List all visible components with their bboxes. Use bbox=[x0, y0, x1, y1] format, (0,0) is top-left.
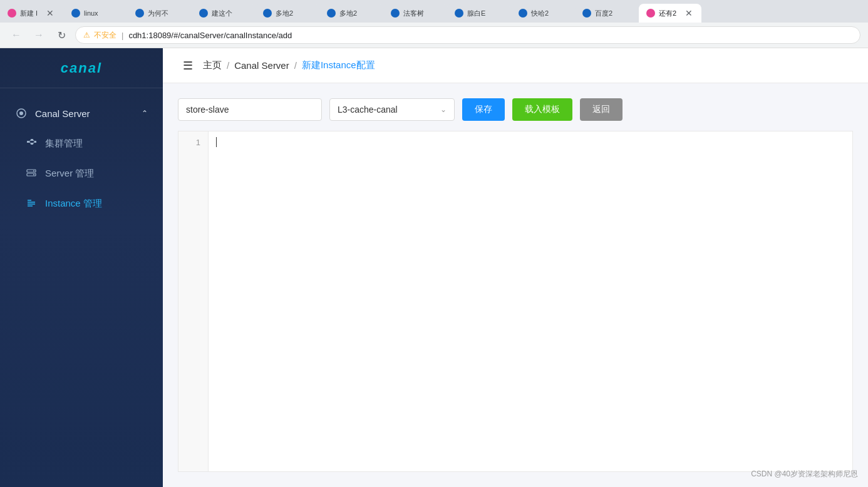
cluster-mgmt-label: 集群管理 bbox=[45, 138, 83, 150]
breadcrumb-sep1: / bbox=[227, 60, 229, 71]
tab-label: 新建 I bbox=[20, 9, 38, 18]
tab-4[interactable]: 建这个 bbox=[192, 4, 254, 23]
sidebar: canal Canal Server ⌃ bbox=[0, 48, 163, 487]
cluster-icon bbox=[25, 137, 38, 150]
tab-favicon bbox=[71, 9, 80, 18]
tab-favicon bbox=[135, 9, 144, 18]
sidebar-menu: Canal Server ⌃ 集群管 bbox=[0, 88, 163, 228]
back-nav-button[interactable]: ← bbox=[8, 26, 25, 44]
server-select[interactable]: L3-cache-canal ⌄ bbox=[329, 98, 455, 121]
instance-icon bbox=[25, 197, 38, 210]
refresh-button[interactable]: ↻ bbox=[53, 26, 70, 44]
menu-toggle-button[interactable]: ☰ bbox=[178, 56, 198, 76]
instance-name-input[interactable] bbox=[178, 98, 322, 121]
tab-label: 为何不 bbox=[148, 9, 168, 18]
svg-rect-2 bbox=[27, 141, 29, 143]
tab-favicon bbox=[582, 9, 591, 18]
instance-mgmt-label: Instance 管理 bbox=[45, 198, 102, 210]
sidebar-item-cluster-mgmt[interactable]: 集群管理 bbox=[0, 128, 163, 158]
tab-label: 百度2 bbox=[595, 9, 612, 18]
tab-label: 腺白E bbox=[467, 9, 485, 18]
chevron-down-icon: ⌄ bbox=[440, 105, 447, 114]
breadcrumb: 主页 / Canal Server / 新建Instance配置 bbox=[203, 59, 375, 71]
chevron-up-icon: ⌃ bbox=[142, 109, 148, 118]
tab-6[interactable]: 多地2 bbox=[319, 4, 382, 23]
code-editor[interactable]: 1 bbox=[178, 131, 853, 472]
canal-server-label: Canal Server bbox=[35, 108, 90, 119]
tab-linux[interactable]: linux bbox=[64, 4, 127, 23]
tab-label: 建这个 bbox=[212, 9, 232, 18]
sidebar-item-canal-server[interactable]: Canal Server ⌃ bbox=[0, 98, 163, 128]
main-content: ☰ 主页 / Canal Server / 新建Instance配置 L3-ca… bbox=[163, 48, 868, 487]
breadcrumb-sep2: / bbox=[294, 60, 297, 71]
svg-point-13 bbox=[33, 174, 34, 175]
tab-5[interactable]: 多地2 bbox=[256, 4, 318, 23]
svg-rect-5 bbox=[34, 141, 36, 143]
forward-nav-button[interactable]: → bbox=[30, 26, 48, 44]
tab-active[interactable]: 还有2 ✕ bbox=[639, 4, 701, 23]
editor-cursor bbox=[216, 137, 217, 147]
tab-3[interactable]: 为何不 bbox=[128, 4, 190, 23]
logo: canal bbox=[61, 60, 102, 76]
security-warning-icon: ⚠ bbox=[83, 31, 90, 39]
toolbar: L3-cache-canal ⌄ 保存 载入模板 返回 bbox=[178, 98, 853, 121]
tab-9[interactable]: 快哈2 bbox=[511, 4, 574, 23]
url-separator: | bbox=[121, 31, 123, 40]
breadcrumb-current: 新建Instance配置 bbox=[302, 59, 375, 71]
breadcrumb-section[interactable]: Canal Server bbox=[234, 60, 289, 71]
footer-watermark: CSDN @40岁资深老架构师尼恩 bbox=[751, 469, 858, 479]
page-header: ☰ 主页 / Canal Server / 新建Instance配置 bbox=[163, 48, 868, 83]
tab-bar: 新建 I ✕ linux 为何不 建这个 多地2 多地2 法客树 bbox=[0, 0, 868, 23]
svg-rect-4 bbox=[31, 143, 33, 145]
tab-10[interactable]: 百度2 bbox=[575, 4, 638, 23]
svg-point-1 bbox=[19, 111, 23, 115]
server-select-value: L3-cache-canal bbox=[338, 105, 440, 115]
svg-rect-3 bbox=[31, 139, 33, 141]
svg-line-6 bbox=[29, 140, 31, 142]
tab-label: linux bbox=[84, 9, 98, 17]
tab-label: 快哈2 bbox=[531, 9, 549, 18]
tab-label: 法客树 bbox=[403, 9, 424, 18]
tab-favicon bbox=[455, 9, 463, 18]
tab-label: 还有2 bbox=[659, 9, 676, 18]
app-container: canal Canal Server ⌃ bbox=[0, 48, 868, 487]
breadcrumb-home[interactable]: 主页 bbox=[203, 59, 222, 71]
sidebar-item-instance-mgmt[interactable]: Instance 管理 bbox=[0, 188, 163, 218]
tab-close-icon[interactable]: ✕ bbox=[684, 8, 694, 18]
content-area: L3-cache-canal ⌄ 保存 载入模板 返回 1 bbox=[163, 83, 868, 487]
load-template-button[interactable]: 载入模板 bbox=[512, 98, 572, 121]
tab-favicon bbox=[327, 9, 336, 18]
sidebar-item-server-mgmt[interactable]: Server 管理 bbox=[0, 158, 163, 188]
tab-8[interactable]: 腺白E bbox=[447, 4, 510, 23]
tab-new[interactable]: 新建 I ✕ bbox=[0, 4, 63, 23]
url-text: cdh1:18089/#/canalServer/canalInstance/a… bbox=[128, 31, 292, 40]
line-number-1: 1 bbox=[196, 136, 200, 149]
svg-point-12 bbox=[33, 170, 34, 172]
tab-label: 多地2 bbox=[276, 9, 293, 18]
svg-line-8 bbox=[33, 140, 34, 142]
svg-line-7 bbox=[29, 142, 31, 144]
tab-favicon bbox=[391, 9, 400, 18]
tab-label: 多地2 bbox=[339, 9, 357, 18]
tab-favicon bbox=[8, 9, 16, 18]
tab-favicon bbox=[199, 9, 208, 18]
back-button[interactable]: 返回 bbox=[580, 98, 623, 121]
tab-favicon bbox=[263, 9, 272, 18]
url-bar[interactable]: ⚠ 不安全 | cdh1:18089/#/canalServer/canalIn… bbox=[75, 26, 860, 44]
tab-favicon bbox=[646, 9, 655, 18]
tab-7[interactable]: 法客树 bbox=[383, 4, 446, 23]
tab-close-icon[interactable]: ✕ bbox=[45, 8, 55, 18]
tab-favicon bbox=[519, 9, 527, 18]
svg-line-9 bbox=[33, 142, 34, 144]
address-bar: ← → ↻ ⚠ 不安全 | cdh1:18089/#/canalServer/c… bbox=[0, 23, 868, 48]
editor-content-area[interactable] bbox=[209, 131, 852, 471]
sidebar-logo: canal bbox=[0, 48, 163, 88]
save-button[interactable]: 保存 bbox=[462, 98, 505, 121]
canal-server-icon bbox=[15, 107, 28, 120]
line-numbers: 1 bbox=[178, 131, 209, 471]
security-warning-text: 不安全 bbox=[94, 30, 116, 41]
server-mgmt-label: Server 管理 bbox=[45, 168, 94, 180]
server-icon bbox=[25, 167, 38, 180]
browser-chrome: 新建 I ✕ linux 为何不 建这个 多地2 多地2 法客树 bbox=[0, 0, 868, 48]
